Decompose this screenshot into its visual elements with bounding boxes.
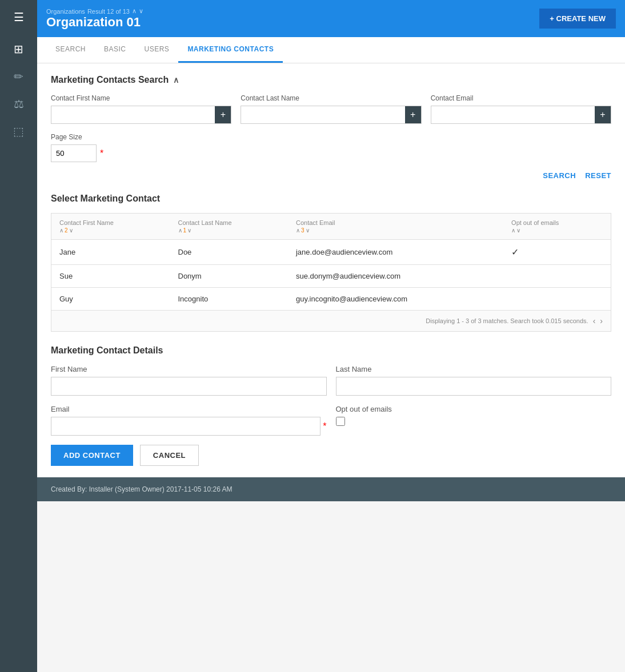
email-search-field: Contact Email + — [431, 94, 611, 124]
opt-out-sort-up[interactable]: ∧ — [511, 227, 515, 234]
first-name-input-wrap: + — [51, 106, 231, 124]
col-opt-out: Opt out of emails ∧ ∨ — [503, 214, 611, 240]
details-email-input-wrap: * — [51, 417, 327, 436]
header-left: Organizations Result 12 of 13 ∧ ∨ Organi… — [46, 7, 143, 30]
hamburger-menu-icon[interactable]: ☰ — [8, 5, 30, 30]
tab-basic[interactable]: BASIC — [95, 37, 135, 63]
breadcrumb-organizations[interactable]: Organizations — [46, 8, 85, 15]
col-first-name: Contact First Name ∧2 ∨ — [51, 214, 170, 240]
reset-button[interactable]: RESET — [585, 171, 611, 180]
pagination-prev-btn[interactable]: ‹ — [593, 316, 596, 325]
sidebar-edit-icon[interactable]: ✏ — [0, 63, 37, 90]
opt-out-sort-down[interactable]: ∨ — [516, 227, 520, 234]
col-last-name: Contact Last Name ∧1 ∨ — [170, 214, 288, 240]
breadcrumb: Organizations Result 12 of 13 ∧ ∨ — [46, 7, 143, 15]
last-name-sort-down[interactable]: ∨ — [187, 227, 191, 234]
first-name-sort-num: 2 — [65, 227, 68, 234]
sidebar: ☰ ⊞ ✏ ⚖ ⬚ — [0, 0, 37, 501]
row2-last-name: Donym — [170, 265, 288, 288]
pagination-next-btn[interactable]: › — [600, 316, 603, 325]
last-name-input[interactable] — [241, 107, 404, 123]
last-name-add-btn[interactable]: + — [405, 106, 421, 123]
table-row[interactable]: Sue Donym sue.donym@audienceview.com — [51, 265, 611, 288]
email-required-star: * — [323, 421, 326, 432]
email-search-input[interactable] — [431, 107, 595, 123]
table-footer: Displaying 1 - 3 of 3 matches. Search to… — [51, 310, 611, 331]
first-name-input[interactable] — [51, 107, 215, 123]
search-form-row-2: Page Size * — [51, 133, 611, 162]
row3-last-name: Incognito — [170, 288, 288, 311]
col-opt-out-label: Opt out of emails — [511, 219, 559, 226]
email-sort-num: 3 — [301, 227, 305, 234]
details-last-name-input[interactable] — [336, 377, 612, 396]
sidebar-exit-icon[interactable]: ⬚ — [0, 118, 37, 145]
page-size-input-wrap: * — [51, 144, 108, 162]
row1-email: jane.doe@audienceview.com — [288, 240, 503, 265]
tab-search[interactable]: SEARCH — [46, 37, 95, 63]
details-email-field: Email * — [51, 405, 327, 436]
first-name-field: Contact First Name + — [51, 94, 231, 124]
action-buttons: ADD CONTACT CANCEL — [51, 445, 611, 466]
search-actions: SEARCH RESET — [51, 171, 611, 180]
details-section-heading: Marketing Contact Details — [51, 345, 611, 356]
row1-opt-out: ✓ — [503, 240, 611, 265]
first-name-sort-controls: ∧2 ∨ — [59, 227, 162, 234]
page-size-input[interactable] — [51, 144, 97, 162]
tab-marketing-contacts[interactable]: MARKETING CONTACTS — [178, 37, 283, 63]
search-button[interactable]: SEARCH — [543, 171, 576, 180]
email-sort-up[interactable]: ∧ — [296, 227, 300, 234]
details-first-name-input[interactable] — [51, 377, 327, 396]
page-title: Organization 01 — [46, 15, 143, 30]
details-opt-out-label: Opt out of emails — [336, 405, 612, 413]
table-row[interactable]: Guy Incognito guy.incognito@audienceview… — [51, 288, 611, 311]
email-add-btn[interactable]: + — [595, 106, 611, 123]
email-search-input-wrap: + — [431, 106, 611, 124]
first-name-sort-down[interactable]: ∨ — [69, 227, 73, 234]
results-table-wrap: Contact First Name ∧2 ∨ Contact Last Nam… — [51, 213, 611, 332]
details-opt-out-checkbox[interactable] — [336, 417, 345, 426]
email-search-label: Contact Email — [431, 94, 611, 102]
search-form: Marketing Contacts Search ∧ Contact Firs… — [51, 75, 611, 180]
tab-users[interactable]: USERS — [135, 37, 179, 63]
footer-text: Created By: Installer (System Owner) 201… — [51, 485, 232, 493]
first-name-sort-up[interactable]: ∧ — [59, 227, 63, 234]
row3-first-name: Guy — [51, 288, 170, 311]
sidebar-grid-icon[interactable]: ⊞ — [0, 35, 37, 63]
breadcrumb-up-icon[interactable]: ∧ — [132, 7, 137, 15]
col-email: Contact Email ∧3 ∨ — [288, 214, 503, 240]
results-table-head: Contact First Name ∧2 ∨ Contact Last Nam… — [51, 214, 611, 240]
create-new-button[interactable]: + CREATE NEW — [539, 9, 616, 29]
last-name-field: Contact Last Name + — [241, 94, 421, 124]
details-first-name-label: First Name — [51, 365, 327, 373]
breadcrumb-down-icon[interactable]: ∨ — [139, 7, 143, 15]
details-last-name-field: Last Name — [336, 365, 612, 396]
details-form-row-1: First Name Last Name — [51, 365, 611, 396]
select-heading-text: Select Marketing Contact — [51, 194, 160, 204]
collapse-search-icon[interactable]: ∧ — [173, 75, 179, 84]
sidebar-scale-icon[interactable]: ⚖ — [0, 90, 37, 118]
header: Organizations Result 12 of 13 ∧ ∨ Organi… — [37, 0, 625, 37]
table-footer-text: Displaying 1 - 3 of 3 matches. Search to… — [426, 317, 588, 324]
email-sort-down[interactable]: ∨ — [306, 227, 310, 234]
search-heading-text: Marketing Contacts Search — [51, 75, 169, 85]
details-section: Marketing Contact Details First Name Las… — [51, 345, 611, 466]
cancel-button[interactable]: CANCEL — [140, 445, 199, 466]
first-name-add-btn[interactable]: + — [215, 106, 231, 123]
table-row[interactable]: Jane Doe jane.doe@audienceview.com ✓ — [51, 240, 611, 265]
row2-opt-out — [503, 265, 611, 288]
row1-first-name: Jane — [51, 240, 170, 265]
add-contact-button[interactable]: ADD CONTACT — [51, 445, 133, 466]
first-name-label: Contact First Name — [51, 94, 231, 102]
last-name-sort-num: 1 — [183, 227, 187, 234]
details-email-input[interactable] — [51, 417, 320, 436]
last-name-sort-up[interactable]: ∧ — [178, 227, 182, 234]
page-size-label: Page Size — [51, 133, 108, 141]
results-table: Contact First Name ∧2 ∨ Contact Last Nam… — [51, 214, 611, 310]
row2-first-name: Sue — [51, 265, 170, 288]
details-first-name-field: First Name — [51, 365, 327, 396]
opt-out-checkmark: ✓ — [511, 247, 519, 257]
details-form: First Name Last Name Email * — [51, 365, 611, 466]
col-first-name-label: Contact First Name — [59, 219, 114, 226]
page-size-field: Page Size * — [51, 133, 108, 162]
search-section-heading: Marketing Contacts Search ∧ — [51, 75, 611, 85]
